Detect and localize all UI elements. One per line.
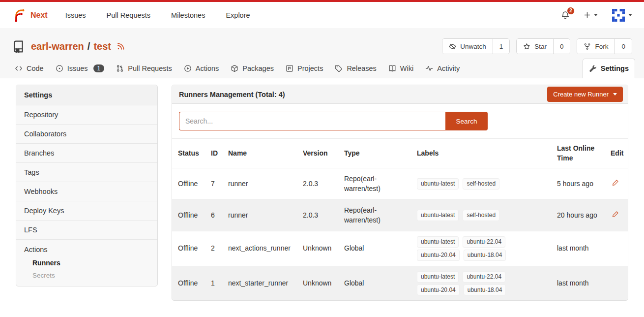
star-button-group: Star 0 bbox=[516, 38, 570, 54]
runner-labels: ubuntu-latest ubuntu-22.04 ubuntu-20.04 … bbox=[417, 271, 515, 296]
panel-header: Runners Management (Total: 4) Create new… bbox=[172, 85, 628, 104]
tab-code[interactable]: Code bbox=[9, 59, 50, 78]
tab-packages[interactable]: Packages bbox=[225, 59, 280, 78]
tab-activity[interactable]: Activity bbox=[419, 59, 466, 78]
tab-releases[interactable]: Releases bbox=[329, 59, 382, 78]
runner-labels: ubuntu-latest self-hosted bbox=[417, 210, 515, 221]
stars-count[interactable]: 0 bbox=[553, 39, 570, 54]
runner-version: 2.0.3 bbox=[297, 200, 338, 231]
sidebar-item-branches[interactable]: Branches bbox=[16, 143, 157, 162]
repo-book-icon bbox=[12, 40, 25, 53]
tab-actions-label: Actions bbox=[196, 64, 219, 72]
sidebar-actions-label[interactable]: Actions bbox=[24, 246, 48, 254]
sidebar-item-collaborators[interactable]: Collaborators bbox=[16, 124, 157, 143]
book-icon bbox=[388, 64, 396, 72]
tab-projects-label: Projects bbox=[297, 64, 323, 72]
star-button[interactable]: Star bbox=[517, 39, 553, 54]
nav-issues[interactable]: Issues bbox=[65, 11, 86, 19]
nav-explore[interactable]: Explore bbox=[226, 11, 250, 19]
label-chip: ubuntu-22.04 bbox=[463, 236, 505, 248]
tab-issues[interactable]: Issues 1 bbox=[50, 59, 111, 78]
tab-actions[interactable]: Actions bbox=[178, 59, 225, 78]
table-row: Offline 7 runner 2.0.3 Repo(earl-warren/… bbox=[172, 168, 628, 200]
repo-header: earl-warren / test bbox=[0, 36, 644, 57]
col-id: ID bbox=[205, 139, 222, 168]
watch-button-group: Unwatch 1 bbox=[442, 38, 510, 54]
runner-id: 6 bbox=[205, 200, 222, 231]
eye-slash-icon bbox=[449, 43, 456, 50]
create-new-runner-label: Create new Runner bbox=[553, 91, 609, 98]
runner-type: Repo(earl-warren/test) bbox=[344, 206, 393, 225]
chevron-down-icon bbox=[594, 14, 598, 16]
col-name: Name bbox=[222, 139, 297, 168]
table-header-row: Status ID Name Version Type Labels Last … bbox=[172, 139, 628, 168]
repo-owner-link[interactable]: earl-warren bbox=[31, 41, 84, 52]
table-row: Offline 6 runner 2.0.3 Repo(earl-warren/… bbox=[172, 200, 628, 231]
tab-wiki[interactable]: Wiki bbox=[382, 59, 419, 78]
play-circle-icon bbox=[184, 64, 192, 72]
search-button[interactable]: Search bbox=[445, 112, 488, 130]
notifications-button[interactable]: 2 bbox=[561, 11, 570, 20]
sidebar-item-repository[interactable]: Repository bbox=[16, 105, 157, 124]
runner-id: 2 bbox=[205, 231, 222, 266]
label-chip: self-hosted bbox=[463, 178, 499, 190]
forgejo-logo-icon bbox=[12, 8, 27, 23]
project-board-icon bbox=[286, 64, 293, 72]
label-chip: ubuntu-latest bbox=[417, 271, 459, 283]
sidebar-actions-subitems: Runners Secrets bbox=[32, 259, 149, 279]
forks-count[interactable]: 0 bbox=[615, 39, 632, 54]
sidebar-item-lfs[interactable]: LFS bbox=[16, 220, 157, 239]
watchers-count[interactable]: 1 bbox=[493, 39, 510, 54]
runner-id: 7 bbox=[205, 168, 222, 200]
tab-pull-requests[interactable]: Pull Requests bbox=[110, 59, 177, 78]
unwatch-button[interactable]: Unwatch bbox=[442, 39, 493, 54]
sidebar-group-actions: Actions Runners Secrets bbox=[16, 239, 157, 286]
star-label: Star bbox=[534, 43, 547, 50]
create-new-dropdown[interactable] bbox=[584, 11, 598, 19]
tab-settings[interactable]: Settings bbox=[583, 59, 635, 78]
col-labels: Labels bbox=[411, 139, 551, 168]
sidebar-item-tags[interactable]: Tags bbox=[16, 162, 157, 182]
runner-status: Offline bbox=[172, 266, 205, 300]
fork-button[interactable]: Fork bbox=[577, 39, 615, 54]
sidebar-title: Settings bbox=[16, 85, 157, 105]
issues-count-badge: 1 bbox=[93, 64, 105, 72]
rss-icon[interactable] bbox=[117, 42, 125, 51]
runner-search-form: Search bbox=[179, 112, 488, 130]
runner-last-online: last month bbox=[551, 231, 605, 266]
runner-id: 1 bbox=[205, 266, 222, 300]
create-new-runner-button[interactable]: Create new Runner bbox=[547, 87, 623, 102]
edit-runner-button[interactable] bbox=[611, 210, 620, 219]
main-nav: Issues Pull Requests Milestones Explore bbox=[65, 11, 250, 19]
tab-pull-requests-label: Pull Requests bbox=[128, 64, 172, 72]
settings-sidebar: Settings Repository Collaborators Branch… bbox=[16, 85, 158, 286]
tab-packages-label: Packages bbox=[242, 64, 274, 72]
tab-issues-label: Issues bbox=[67, 64, 88, 72]
sidebar-item-secrets[interactable]: Secrets bbox=[32, 272, 149, 279]
nav-milestones[interactable]: Milestones bbox=[171, 11, 205, 19]
tab-activity-label: Activity bbox=[437, 64, 460, 72]
repo-tabbar: Code Issues 1 Pull Requests bbox=[0, 57, 644, 78]
col-type: Type bbox=[338, 139, 411, 168]
repo-title: earl-warren / test bbox=[31, 41, 125, 52]
user-menu-dropdown[interactable] bbox=[612, 8, 632, 22]
fork-button-group: Fork 0 bbox=[577, 38, 632, 54]
tab-projects[interactable]: Projects bbox=[280, 59, 329, 78]
runner-type: Repo(earl-warren/test) bbox=[344, 174, 393, 193]
pulse-icon bbox=[425, 64, 433, 72]
runner-name: next_actions_runner bbox=[222, 231, 297, 266]
search-input[interactable] bbox=[179, 112, 445, 130]
repo-name-link[interactable]: test bbox=[93, 41, 111, 52]
runners-panel: Runners Management (Total: 4) Create new… bbox=[172, 85, 628, 301]
sidebar-item-webhooks[interactable]: Webhooks bbox=[16, 182, 157, 201]
sidebar-item-runners[interactable]: Runners bbox=[32, 259, 149, 267]
nav-pull-requests[interactable]: Pull Requests bbox=[107, 11, 150, 19]
brand-home-link[interactable]: Next bbox=[12, 8, 48, 23]
pencil-icon bbox=[612, 211, 619, 218]
runner-type: Global bbox=[344, 244, 393, 254]
label-chip: self-hosted bbox=[463, 210, 499, 221]
tag-icon bbox=[335, 64, 343, 72]
sidebar-item-deploy-keys[interactable]: Deploy Keys bbox=[16, 201, 157, 220]
issue-opened-icon bbox=[56, 64, 63, 72]
edit-runner-button[interactable] bbox=[611, 178, 620, 188]
